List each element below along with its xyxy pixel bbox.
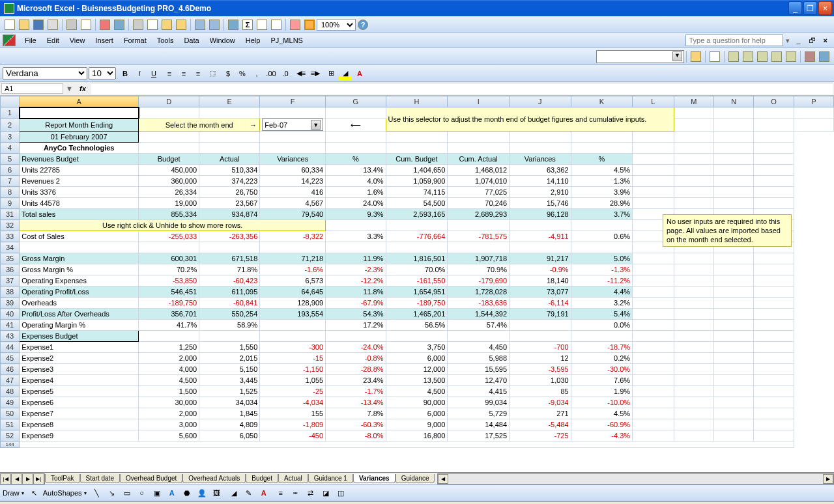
paste-icon[interactable] [162,20,172,30]
cell[interactable]: 4,567 [260,198,326,209]
menu-view[interactable]: View [65,35,91,46]
cell[interactable]: 11.9% [326,253,386,264]
cell[interactable]: 71,218 [260,253,326,264]
cell[interactable]: 1,544,392 [448,309,510,320]
cell[interactable]: 1.3% [571,176,632,187]
research-icon[interactable] [114,20,124,30]
dropdown-arrow-icon[interactable]: ▼ [311,120,321,130]
cell[interactable]: 7.6% [571,375,632,386]
cell[interactable]: 3,445 [199,375,260,386]
column-header-E[interactable]: E [199,96,260,107]
tool-a-icon[interactable] [728,51,739,62]
spreadsheet-grid[interactable]: A D E F G H I J K L M N O P 1 Use this s… [0,96,834,472]
cell[interactable]: -12.2% [326,275,386,287]
spelling-icon[interactable] [100,20,110,30]
align-center-button[interactable]: ≡ [177,67,190,80]
cell[interactable]: 416 [260,187,326,198]
cell[interactable]: Expense2 [20,353,139,364]
row-header[interactable]: 33 [1,231,20,242]
row-header[interactable]: 39 [1,298,20,309]
cell[interactable]: 1,816,501 [386,253,448,264]
row-header[interactable]: 2 [1,119,20,132]
menu-file[interactable]: File [20,35,42,46]
cell[interactable]: 11.8% [326,287,386,298]
mail-icon[interactable] [710,51,720,62]
cell[interactable]: -18.7% [571,342,632,353]
font-name-combo[interactable]: Verdana [3,67,87,79]
autoshapes-menu[interactable]: AutoShapes [43,489,82,497]
cell[interactable]: 3.2% [571,298,632,309]
cell[interactable]: 19,000 [139,198,199,209]
cell[interactable]: -13.4% [326,397,386,408]
cell[interactable]: 23,567 [199,198,260,209]
cell[interactable]: -4.3% [571,430,632,441]
cell[interactable]: Gross Margin [20,253,139,264]
cell[interactable]: 12,000 [386,364,448,375]
cell[interactable] [510,320,571,331]
cell[interactable] [260,320,326,331]
cell[interactable]: -725 [510,430,571,441]
new-icon[interactable] [5,20,15,30]
copy-icon[interactable] [147,20,158,30]
column-header-P[interactable]: P [794,96,833,107]
cell[interactable]: 1,030 [510,375,571,386]
textbox-icon[interactable]: ▣ [151,486,164,499]
cell[interactable]: 1,074,010 [448,176,510,187]
maximize-button[interactable]: ❐ [803,1,817,15]
cell[interactable]: 1,500 [139,386,199,397]
cell[interactable]: 2,000 [139,353,199,364]
column-header-K[interactable]: K [571,96,632,107]
cell[interactable]: 6,000 [386,353,448,364]
cell[interactable]: 79,540 [260,209,326,220]
row-header[interactable]: 40 [1,309,20,320]
cell[interactable]: 9,000 [386,419,448,430]
cell[interactable]: 58.9% [199,320,260,331]
cell[interactable]: -300 [260,342,326,353]
cell[interactable]: 6,050 [199,430,260,441]
sort-desc-icon[interactable] [271,20,281,30]
cell[interactable]: -53,850 [139,275,199,287]
column-header-F[interactable]: F [260,96,326,107]
cell[interactable]: -1.7% [326,386,386,397]
cell[interactable]: Expense6 [20,397,139,408]
sheet-tab[interactable]: Guidance [395,474,435,483]
cell[interactable]: 1,059,900 [386,176,448,187]
cell[interactable]: -60,841 [199,298,260,309]
cell[interactable]: 13.4% [326,165,386,176]
cell[interactable]: 1,250 [139,342,199,353]
cell[interactable]: -183,636 [448,298,510,309]
row-header[interactable]: 52 [1,430,20,441]
cell[interactable]: 0.2% [571,353,632,364]
cell[interactable]: 71.8% [199,264,260,275]
rectangle-icon[interactable]: ▭ [121,486,134,499]
tab-nav-next[interactable]: ▶ [22,473,33,484]
cell[interactable]: -8,322 [260,231,326,242]
menu-insert[interactable]: Insert [90,35,119,46]
cell[interactable]: -1,150 [260,364,326,375]
fill-color-icon[interactable]: ◢ [227,486,240,499]
cell[interactable]: 611,095 [199,287,260,298]
increase-indent-button[interactable]: ≡▶ [309,67,322,80]
cell[interactable]: 934,874 [199,209,260,220]
cell[interactable]: 546,451 [139,287,199,298]
cell[interactable]: -60.3% [326,419,386,430]
cell[interactable]: 6,000 [386,408,448,419]
print-preview-icon[interactable] [81,20,91,30]
selector-combo-placeholder[interactable]: ▼ [596,50,684,63]
sheet-tab[interactable]: ToolPak [45,474,80,483]
menu-format[interactable]: Format [119,35,152,46]
row-header[interactable]: 9 [1,198,20,209]
cell[interactable]: -1,809 [260,419,326,430]
menu-data[interactable]: Data [179,35,204,46]
row-header[interactable]: 32 [1,220,20,231]
cell[interactable]: Profit/Loss After Overheads [20,309,139,320]
cell[interactable]: Units 22785 [20,165,139,176]
cell[interactable]: Expense1 [20,342,139,353]
cell[interactable]: 3,750 [386,342,448,353]
row-header[interactable]: 45 [1,353,20,364]
cell[interactable]: -10.0% [571,397,632,408]
tool-e-icon[interactable] [786,51,796,62]
menu-tools[interactable]: Tools [152,35,179,46]
comma-button[interactable]: , [250,67,263,80]
row-header[interactable]: 36 [1,264,20,275]
